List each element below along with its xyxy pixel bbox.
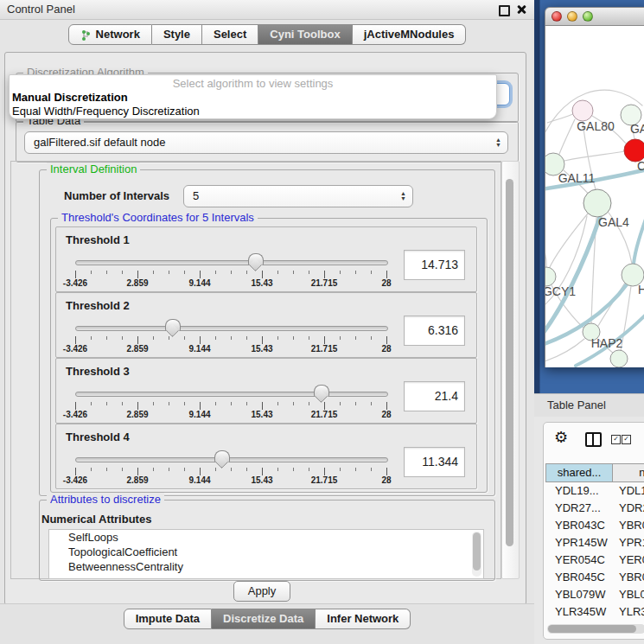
table-row[interactable]: YBR045CYBR0 <box>545 569 644 586</box>
close-traffic-light[interactable] <box>552 11 562 22</box>
table-row[interactable]: YDL19...YDL1 <box>545 482 644 500</box>
zoom-traffic-light[interactable] <box>583 11 593 22</box>
attribute-list-item[interactable]: SelfLoops <box>49 530 483 545</box>
cell-name: YBR0 <box>612 517 644 534</box>
ruler-tick <box>122 468 123 471</box>
threshold-slider-track[interactable] <box>75 326 388 331</box>
threshold-slider-thumb[interactable] <box>165 319 181 331</box>
table-row[interactable]: YDR27...YDR2 <box>545 500 644 517</box>
ruler-tick <box>184 402 185 405</box>
network-node-gal4[interactable] <box>583 189 611 217</box>
ruler-labels: -3.4262.8599.14415.4321.71528 <box>75 278 386 289</box>
column-header-shared-name[interactable]: shared... <box>545 463 613 482</box>
ruler-tick <box>215 336 216 340</box>
network-node-gal80[interactable] <box>572 100 593 121</box>
threshold-value-field[interactable]: 21.4 <box>404 381 465 411</box>
ruler-tick <box>309 468 309 471</box>
threshold-slider-track[interactable] <box>75 392 388 397</box>
ruler-tick <box>386 336 387 344</box>
network-edge[interactable] <box>558 119 575 156</box>
ruler-tick <box>106 468 107 471</box>
network-graph: GAL80GACGAL11GAL4GCY1HHAP2 <box>545 26 644 367</box>
tab-style[interactable]: Style <box>152 24 202 45</box>
ruler-tick <box>184 468 185 471</box>
tab-discretize-data[interactable]: Discretize Data <box>212 609 316 629</box>
close-icon[interactable] <box>516 4 526 15</box>
threshold-value-field[interactable]: 6.316 <box>404 316 465 346</box>
tab-jactivemnodules[interactable]: jActiveMNodules <box>353 24 467 45</box>
group-title: Attributes to discretize <box>47 493 164 506</box>
checkbox-icon[interactable]: ✓ <box>611 435 621 444</box>
cell-shared-name: YDR27... <box>545 500 612 517</box>
column-header-name[interactable]: na <box>612 463 644 482</box>
table-row[interactable]: YLR345WYLR3 <box>545 603 644 621</box>
attribute-list-item[interactable]: TopologicalCoefficient <box>49 545 483 559</box>
tab-select[interactable]: Select <box>202 24 258 45</box>
network-node-gcy1[interactable] <box>545 267 556 286</box>
threshold-slider-track[interactable] <box>75 260 388 265</box>
attributes-scrollbar-thumb[interactable] <box>473 532 481 571</box>
tab-impute-data[interactable]: Impute Data <box>124 609 212 629</box>
ruler-tick-label: 2.859 <box>126 475 148 485</box>
columns-icon[interactable] <box>585 432 602 447</box>
threshold-value-field[interactable]: 14.713 <box>404 250 465 280</box>
table-panel-body: ⚙ ✓ ✓ shared... na YDL19...YDL1YDR27...Y… <box>534 417 644 644</box>
network-node[interactable] <box>610 350 628 367</box>
table-row[interactable]: YPR145WYPR1 <box>545 534 644 552</box>
threshold-value-field[interactable]: 11.344 <box>404 447 465 477</box>
dropdown-option-manual-discretization[interactable]: Manual Discretization <box>12 91 128 104</box>
threshold-slider-thumb[interactable] <box>214 450 230 462</box>
attributes-scrollbar[interactable] <box>472 532 481 577</box>
ruler-tick <box>91 402 92 405</box>
threshold-slider-thumb[interactable] <box>314 385 329 397</box>
ruler-tick <box>262 336 263 344</box>
cell-name: YBR0 <box>612 569 644 586</box>
network-node-label: GCY1 <box>545 284 576 298</box>
tab-network[interactable]: Network <box>68 24 152 45</box>
network-edge[interactable] <box>545 233 546 267</box>
ruler-tick <box>386 402 387 410</box>
attribute-list-item[interactable]: BetweennessCentrality <box>49 559 483 574</box>
network-window-titlebar[interactable] <box>545 7 644 26</box>
minimize-traffic-light[interactable] <box>567 11 577 22</box>
ruler-tick <box>340 271 341 274</box>
table-row[interactable]: YER054CYER0 <box>545 552 644 569</box>
vertical-scrollbar-thumb[interactable] <box>506 179 513 546</box>
vertical-scrollbar[interactable] <box>501 161 520 579</box>
ruler-tick <box>246 468 247 471</box>
ruler-tick <box>324 402 325 410</box>
horizontal-scrollbar-thumb[interactable] <box>548 625 636 633</box>
threshold-slider-thumb[interactable] <box>248 253 264 265</box>
network-node-label: C <box>637 159 644 173</box>
checkbox-icon[interactable]: ✓ <box>622 435 631 444</box>
network-edge[interactable] <box>547 113 575 123</box>
tab-infer-network[interactable]: Infer Network <box>316 609 411 629</box>
table-data-select[interactable]: galFiltered.sif default node ▲▼ <box>24 131 508 154</box>
cell-shared-name: YER054C <box>545 552 612 569</box>
ruler-tick <box>122 402 123 405</box>
network-canvas[interactable]: GAL80GACGAL11GAL4GCY1HHAP2 <box>545 26 644 367</box>
network-edge[interactable] <box>634 209 644 264</box>
gear-icon[interactable]: ⚙ <box>554 430 568 445</box>
number-of-intervals-select[interactable]: 5 ▲▼ <box>183 185 413 207</box>
screen: Control Panel Network Style Select Cyni … <box>0 0 644 644</box>
apply-button[interactable]: Apply <box>233 581 290 602</box>
horizontal-scrollbar[interactable] <box>547 624 644 634</box>
ruler-tick <box>340 402 341 405</box>
number-of-intervals-label: Number of Intervals <box>64 189 169 202</box>
network-edge[interactable] <box>564 151 624 161</box>
float-window-icon[interactable] <box>499 5 510 16</box>
ruler-tick <box>215 402 216 405</box>
table-row[interactable]: YBR043CYBR0 <box>545 517 644 534</box>
ruler-tick <box>355 336 356 340</box>
dropdown-option-equal-width-frequency[interactable]: Equal Width/Frequency Discretization <box>12 105 200 118</box>
algorithm-dropdown-popup: Select algorithm to view settings Manual… <box>9 74 497 119</box>
ruler-tick-label: 21.715 <box>311 475 338 485</box>
table-row[interactable]: YBL079WYBL0 <box>545 586 644 603</box>
threshold-label: Threshold 4 <box>66 430 130 443</box>
threshold-slider-track[interactable] <box>75 457 388 462</box>
ruler-tick-label: -3.426 <box>63 475 87 485</box>
network-view-window[interactable]: GAL80GACGAL11GAL4GCY1HHAP2 <box>545 7 644 367</box>
tab-cyni-toolbox[interactable]: Cyni Toolbox <box>258 24 352 45</box>
threshold-label: Threshold 3 <box>66 365 130 378</box>
